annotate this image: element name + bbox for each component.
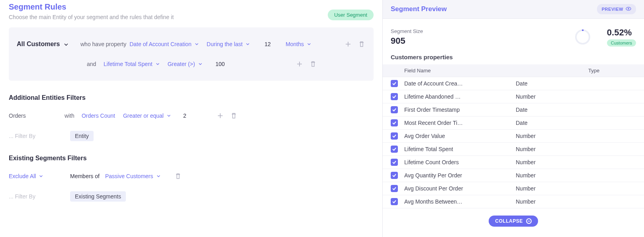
value-input[interactable] [179, 113, 191, 119]
property-row: Avg Order ValueNumber [383, 130, 644, 143]
property-checkbox[interactable] [391, 106, 398, 113]
property-checkbox[interactable] [391, 93, 398, 100]
property-checkbox[interactable] [391, 119, 398, 126]
entity-name: Orders [9, 113, 65, 119]
filter-by-label: ... Filter By [9, 133, 65, 139]
property-row: Lifetime Total SpentNumber [383, 143, 644, 156]
property-type: Number [516, 198, 564, 205]
page-subtitle: Choose the main Entity of your segment a… [9, 14, 174, 20]
add-rule-button[interactable] [344, 40, 352, 48]
operator-label: Greater (>) [168, 61, 195, 67]
delete-rule-button[interactable] [358, 40, 366, 48]
delete-existing-filter-button[interactable] [174, 172, 182, 180]
filter-connective: with [65, 113, 74, 119]
properties-header: Field Name Type [383, 64, 644, 77]
property-name: First Order Timestamp [404, 107, 516, 113]
property-checkbox[interactable] [391, 146, 398, 153]
add-filter-button[interactable] [216, 112, 224, 120]
main-rule-box: All Customers who have property Date of … [9, 27, 374, 81]
property-name: Avg Discount Per Order [404, 185, 516, 192]
segment-size-stat: Segment Size 905 [391, 28, 423, 46]
property-select[interactable]: Orders Count [82, 113, 115, 119]
property-type: Date [516, 120, 564, 126]
property-type: Date [516, 80, 564, 87]
collapse-button[interactable]: COLLAPSE [489, 216, 538, 227]
property-name: Lifetime Abandoned … [404, 93, 516, 100]
entity-select[interactable]: All Customers [17, 41, 80, 48]
segment-select[interactable]: Passive Customers [105, 173, 161, 179]
chevron-down-icon [307, 42, 311, 46]
property-label: Date of Account Creation [129, 41, 192, 47]
members-of-label: Members of [70, 173, 100, 179]
property-name: Lifetime Count Orders [404, 159, 516, 165]
existing-segments-pill-button[interactable]: Existing Segments [70, 191, 126, 202]
properties-title: Customers properties [383, 54, 644, 64]
filter-by-row: ... Filter By Existing Segments [9, 191, 374, 202]
delete-filter-button[interactable] [230, 112, 238, 120]
percent-stat: 0.52% Customers [607, 27, 636, 47]
chevron-down-icon [167, 114, 171, 118]
property-select[interactable]: Lifetime Total Spent [104, 61, 160, 67]
property-checkbox[interactable] [391, 159, 398, 166]
preview-title: Segment Preview [391, 5, 447, 13]
col-field-name: Field Name [404, 68, 588, 74]
property-checkbox[interactable] [391, 185, 398, 192]
property-name: Most Recent Order Ti… [404, 120, 516, 126]
property-row: Avg Quantity Per OrderNumber [383, 169, 644, 182]
property-checkbox[interactable] [391, 132, 398, 140]
properties-table: Field Name Type Date of Account Crea…Dat… [383, 64, 644, 208]
rule-connective: and [87, 61, 100, 67]
property-type: Number [516, 159, 564, 165]
rule-connective: who have property [80, 41, 126, 47]
user-segment-badge: User Segment [328, 10, 374, 20]
property-type: Number [516, 133, 564, 139]
property-row: Date of Account Crea…Date [383, 77, 644, 90]
property-checkbox[interactable] [391, 80, 398, 87]
property-row: First Order TimestampDate [383, 103, 644, 117]
exclude-mode-select[interactable]: Exclude All [9, 173, 53, 179]
additional-filter-row: Orders with Orders Count Greater or equa… [9, 109, 374, 123]
value-input[interactable] [210, 61, 230, 67]
entity-pill-button[interactable]: Entity [70, 131, 94, 141]
svg-point-1 [628, 8, 629, 10]
property-label: Orders Count [82, 113, 115, 119]
stats-row: Segment Size 905 0.52% Customers [383, 19, 644, 54]
filter-by-row: ... Filter By Entity [9, 131, 374, 141]
chevron-down-icon [156, 62, 160, 66]
property-checkbox[interactable] [391, 172, 398, 179]
unit-label: Months [286, 41, 304, 47]
property-row: Lifetime Abandoned …Number [383, 90, 644, 103]
customers-pill: Customers [607, 39, 636, 47]
operator-select[interactable]: During the last [207, 41, 250, 47]
property-row: Avg Discount Per OrderNumber [383, 182, 644, 195]
property-name: Avg Quantity Per Order [404, 172, 516, 179]
chevron-down-icon [195, 42, 199, 46]
chevron-down-icon [198, 62, 202, 66]
property-name: Lifetime Total Spent [404, 146, 516, 152]
operator-label: Greater or equal [123, 113, 164, 119]
add-rule-button[interactable] [296, 60, 303, 68]
operator-select[interactable]: Greater or equal [123, 113, 171, 119]
chevron-down-icon [246, 42, 250, 46]
delete-rule-button[interactable] [309, 60, 317, 68]
svg-point-2 [576, 30, 589, 44]
property-type: Number [516, 93, 564, 100]
property-row: Lifetime Count OrdersNumber [383, 156, 644, 169]
row-actions [339, 40, 366, 48]
operator-select[interactable]: Greater (>) [168, 61, 202, 67]
col-type: Type [588, 68, 636, 74]
operator-label: During the last [207, 41, 243, 47]
property-label: Lifetime Total Spent [104, 61, 153, 67]
row-actions [290, 60, 317, 68]
unit-select[interactable]: Months [286, 41, 311, 47]
exclude-mode-label: Exclude All [9, 173, 36, 179]
property-type: Number [516, 146, 564, 152]
property-name: Avg Order Value [404, 133, 516, 139]
property-checkbox[interactable] [391, 198, 398, 205]
value-input[interactable] [258, 41, 278, 47]
entity-select-label: All Customers [17, 41, 60, 48]
segment-size-value: 905 [391, 36, 423, 46]
property-select[interactable]: Date of Account Creation [129, 41, 199, 47]
preview-button[interactable]: PREVIEW [597, 4, 636, 14]
chevron-down-icon [157, 174, 161, 178]
